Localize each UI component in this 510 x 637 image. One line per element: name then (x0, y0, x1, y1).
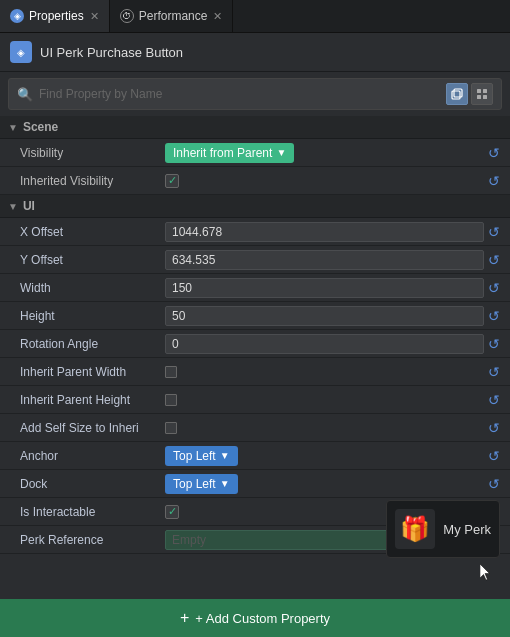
prop-value-rotation-angle (165, 334, 484, 354)
component-icon: ◈ (10, 41, 32, 63)
add-self-size-reset-icon[interactable]: ↺ (488, 420, 500, 436)
add-custom-property-button[interactable]: + + Add Custom Property (0, 599, 510, 637)
prop-value-add-self-size (165, 422, 484, 434)
visibility-dropdown-arrow: ▼ (276, 147, 286, 158)
prop-value-inherit-parent-height (165, 394, 484, 406)
x-offset-input[interactable] (165, 222, 484, 242)
prop-value-anchor: Top Left ▼ (165, 446, 484, 466)
dock-reset-icon[interactable]: ↺ (488, 476, 500, 492)
section-ui-arrow: ▼ (8, 201, 18, 212)
section-scene-label: Scene (23, 120, 58, 134)
tab-properties-close[interactable]: ✕ (90, 10, 99, 23)
prop-row-inherit-parent-width: Inherit Parent Width ↺ (0, 358, 510, 386)
tab-bar: ◈ Properties ✕ ⏱ Performance ✕ (0, 0, 510, 33)
prop-value-y-offset (165, 250, 484, 270)
anchor-dropdown-arrow: ▼ (220, 450, 230, 461)
search-icon-group (446, 83, 493, 105)
rotation-angle-reset-icon[interactable]: ↺ (488, 336, 500, 352)
section-ui-label: UI (23, 199, 35, 213)
x-offset-reset-icon[interactable]: ↺ (488, 224, 500, 240)
component-header: ◈ UI Perk Purchase Button (0, 33, 510, 72)
prop-row-visibility: Visibility Inherit from Parent ▼ ↺ (0, 139, 510, 167)
y-offset-input[interactable] (165, 250, 484, 270)
prop-row-x-offset: X Offset ↺ (0, 218, 510, 246)
search-magnifier-icon: 🔍 (17, 87, 33, 102)
search-bar: 🔍 (8, 78, 502, 110)
tab-properties-label: Properties (29, 9, 84, 23)
height-reset-icon[interactable]: ↺ (488, 308, 500, 324)
prop-label-dock: Dock (20, 477, 165, 491)
prop-value-dock: Top Left ▼ (165, 474, 484, 494)
prop-row-height: Height ↺ (0, 302, 510, 330)
component-name: UI Perk Purchase Button (40, 45, 183, 60)
prop-label-visibility: Visibility (20, 146, 165, 160)
inherited-visibility-checkbox[interactable] (165, 174, 179, 188)
visibility-dropdown-label: Inherit from Parent (173, 146, 272, 160)
prop-label-y-offset: Y Offset (20, 253, 165, 267)
add-custom-property-plus-icon: + (180, 609, 189, 627)
prop-row-add-self-size: Add Self Size to Inheri ↺ (0, 414, 510, 442)
copy-properties-icon-btn[interactable] (446, 83, 468, 105)
dock-dropdown-label: Top Left (173, 477, 216, 491)
inherit-parent-width-checkbox[interactable] (165, 366, 177, 378)
svg-rect-5 (483, 95, 487, 99)
prop-label-inherit-parent-height: Inherit Parent Height (20, 393, 165, 407)
prop-value-inherited-visibility (165, 174, 484, 188)
is-interactable-checkbox[interactable] (165, 505, 179, 519)
svg-rect-3 (483, 89, 487, 93)
tab-performance-label: Performance (139, 9, 208, 23)
prop-value-width (165, 278, 484, 298)
tab-performance-close[interactable]: ✕ (213, 10, 222, 23)
prop-label-inherited-visibility: Inherited Visibility (20, 174, 165, 188)
svg-rect-4 (477, 95, 481, 99)
svg-rect-1 (454, 89, 462, 97)
prop-value-visibility: Inherit from Parent ▼ (165, 143, 484, 163)
y-offset-reset-icon[interactable]: ↺ (488, 252, 500, 268)
height-input[interactable] (165, 306, 484, 326)
section-ui[interactable]: ▼ UI (0, 195, 510, 218)
svg-rect-0 (452, 91, 460, 99)
dock-dropdown[interactable]: Top Left ▼ (165, 474, 238, 494)
prop-label-perk-reference: Perk Reference (20, 533, 165, 547)
width-reset-icon[interactable]: ↺ (488, 280, 500, 296)
visibility-reset-icon[interactable]: ↺ (488, 145, 500, 161)
prop-value-inherit-parent-width (165, 366, 484, 378)
properties-tab-icon: ◈ (10, 9, 24, 23)
prop-label-width: Width (20, 281, 165, 295)
anchor-dropdown[interactable]: Top Left ▼ (165, 446, 238, 466)
anchor-reset-icon[interactable]: ↺ (488, 448, 500, 464)
inherit-parent-height-reset-icon[interactable]: ↺ (488, 392, 500, 408)
inherited-visibility-reset-icon[interactable]: ↺ (488, 173, 500, 189)
tab-properties[interactable]: ◈ Properties ✕ (0, 0, 110, 32)
perk-tooltip-icon: 🎁 (395, 509, 435, 549)
prop-row-rotation-angle: Rotation Angle ↺ (0, 330, 510, 358)
add-self-size-checkbox[interactable] (165, 422, 177, 434)
prop-label-rotation-angle: Rotation Angle (20, 337, 165, 351)
prop-row-inherited-visibility: Inherited Visibility ↺ (0, 167, 510, 195)
anchor-dropdown-label: Top Left (173, 449, 216, 463)
prop-label-x-offset: X Offset (20, 225, 165, 239)
prop-row-y-offset: Y Offset ↺ (0, 246, 510, 274)
grid-properties-icon-btn[interactable] (471, 83, 493, 105)
inherit-parent-width-reset-icon[interactable]: ↺ (488, 364, 500, 380)
svg-rect-2 (477, 89, 481, 93)
prop-value-x-offset (165, 222, 484, 242)
dock-dropdown-arrow: ▼ (220, 478, 230, 489)
prop-label-add-self-size: Add Self Size to Inheri (20, 421, 165, 435)
prop-value-height (165, 306, 484, 326)
inherit-parent-height-checkbox[interactable] (165, 394, 177, 406)
prop-row-anchor: Anchor Top Left ▼ ↺ (0, 442, 510, 470)
perk-tooltip: 🎁 My Perk (386, 500, 500, 558)
performance-tab-icon: ⏱ (120, 9, 134, 23)
visibility-dropdown[interactable]: Inherit from Parent ▼ (165, 143, 294, 163)
perk-tooltip-text: My Perk (443, 522, 491, 537)
prop-label-anchor: Anchor (20, 449, 165, 463)
prop-label-inherit-parent-width: Inherit Parent Width (20, 365, 165, 379)
width-input[interactable] (165, 278, 484, 298)
prop-row-inherit-parent-height: Inherit Parent Height ↺ (0, 386, 510, 414)
rotation-angle-input[interactable] (165, 334, 484, 354)
search-input[interactable] (39, 87, 446, 101)
add-custom-property-label: + Add Custom Property (195, 611, 330, 626)
tab-performance[interactable]: ⏱ Performance ✕ (110, 0, 234, 32)
section-scene[interactable]: ▼ Scene (0, 116, 510, 139)
